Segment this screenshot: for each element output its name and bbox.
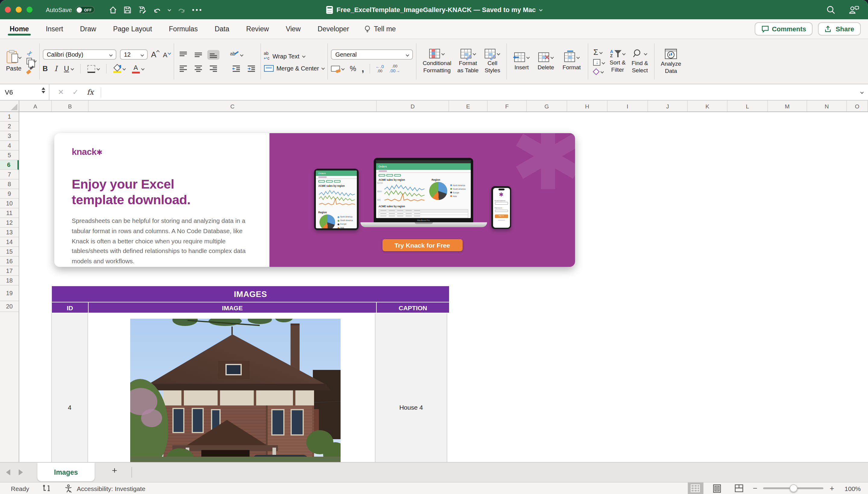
column-header-c[interactable]: C bbox=[89, 101, 377, 111]
title-menu-chevron[interactable] bbox=[539, 8, 542, 11]
column-header-n[interactable]: N bbox=[807, 101, 847, 111]
percent-style-button[interactable]: % bbox=[350, 64, 356, 73]
align-left-button[interactable] bbox=[177, 63, 189, 73]
cancel-entry-icon[interactable]: ✕ bbox=[58, 88, 64, 96]
column-header-m[interactable]: M bbox=[768, 101, 807, 111]
conditional-formatting-button[interactable]: ConditionalFormatting bbox=[420, 49, 454, 74]
try-knack-button[interactable]: Try Knack for Free bbox=[382, 239, 462, 251]
minimize-window-button[interactable] bbox=[16, 7, 22, 13]
tab-page-layout[interactable]: Page Layout bbox=[112, 20, 152, 38]
redo-icon[interactable] bbox=[178, 6, 186, 14]
column-header-j[interactable]: J bbox=[648, 101, 688, 111]
insert-function-icon[interactable]: fx bbox=[87, 88, 93, 96]
column-header-i[interactable]: I bbox=[608, 101, 648, 111]
save-as-icon[interactable] bbox=[138, 6, 147, 14]
wrap-text-button[interactable]: ab↵c Wrap Text bbox=[264, 52, 324, 61]
share-button[interactable]: Share bbox=[818, 22, 861, 36]
copy-icon[interactable] bbox=[26, 58, 32, 64]
row-header-6-active[interactable]: 6 bbox=[0, 160, 19, 170]
zoom-window-button[interactable] bbox=[26, 7, 33, 13]
font-size-select[interactable]: 12 bbox=[119, 50, 147, 60]
column-header-f[interactable]: F bbox=[488, 101, 527, 111]
formula-bar-expand-chevron[interactable] bbox=[860, 90, 864, 94]
cell-image[interactable] bbox=[87, 313, 375, 462]
column-header-k[interactable]: K bbox=[688, 101, 727, 111]
row-header-17[interactable]: 17 bbox=[0, 266, 19, 276]
zoom-in-button[interactable]: + bbox=[830, 484, 834, 492]
tab-formulas[interactable]: Formulas bbox=[168, 20, 198, 38]
close-window-button[interactable] bbox=[5, 7, 11, 13]
column-header-e[interactable]: E bbox=[449, 101, 488, 111]
zoom-out-button[interactable]: − bbox=[753, 484, 757, 492]
search-icon[interactable] bbox=[826, 5, 835, 14]
format-painter-icon[interactable] bbox=[26, 66, 34, 74]
selection-mode-icon[interactable] bbox=[42, 484, 51, 492]
tab-tell-me[interactable]: Tell me bbox=[364, 25, 396, 33]
fill-button[interactable] bbox=[593, 59, 605, 66]
fill-color-chevron[interactable] bbox=[122, 67, 126, 70]
select-all-corner[interactable] bbox=[0, 101, 19, 111]
comma-style-button[interactable]: , bbox=[362, 66, 364, 71]
save-icon[interactable] bbox=[124, 6, 132, 14]
column-header-l[interactable]: L bbox=[727, 101, 768, 111]
row-header-8[interactable]: 8 bbox=[0, 179, 19, 189]
orientation-icon[interactable]: ab bbox=[230, 51, 238, 58]
tab-draw[interactable]: Draw bbox=[79, 20, 97, 38]
name-box[interactable]: V6 bbox=[0, 84, 50, 100]
sort-filter-button[interactable]: AZ Sort &Filter bbox=[607, 50, 629, 74]
more-commands-icon[interactable] bbox=[192, 9, 195, 11]
paste-chevron[interactable] bbox=[18, 55, 21, 59]
row-header-7[interactable]: 7 bbox=[0, 170, 19, 179]
page-break-view-button[interactable] bbox=[731, 482, 747, 494]
font-color-chevron[interactable] bbox=[141, 67, 144, 70]
row-header-15[interactable]: 15 bbox=[0, 247, 19, 256]
accessibility-status[interactable]: Accessibility: Investigate bbox=[77, 484, 146, 492]
cut-icon[interactable]: ✂ bbox=[25, 46, 37, 58]
name-box-stepper[interactable] bbox=[42, 87, 45, 93]
cell-caption[interactable]: House 4 bbox=[375, 313, 447, 462]
next-sheet-arrow[interactable] bbox=[19, 469, 23, 475]
previous-sheet-arrow[interactable] bbox=[6, 469, 10, 475]
share-presence-icon[interactable] bbox=[849, 5, 860, 14]
underline-chevron[interactable] bbox=[71, 67, 74, 70]
zoom-slider-thumb[interactable] bbox=[790, 484, 798, 492]
increase-indent-icon[interactable] bbox=[245, 63, 257, 73]
number-format-select[interactable]: General bbox=[331, 50, 413, 60]
align-top-button[interactable] bbox=[177, 50, 189, 59]
clear-button[interactable] bbox=[593, 69, 605, 75]
column-header-d[interactable]: D bbox=[377, 101, 449, 111]
cell-id[interactable]: 4 bbox=[51, 313, 88, 462]
increase-decimal-icon[interactable]: ←.0.00 bbox=[375, 64, 384, 73]
fill-color-icon[interactable] bbox=[113, 65, 121, 73]
find-select-button[interactable]: Find &Select bbox=[629, 49, 651, 74]
row-header-1[interactable]: 1 bbox=[0, 112, 19, 122]
insert-cells-button[interactable]: Insert bbox=[510, 52, 533, 71]
analyze-data-button[interactable]: AnalyzeData bbox=[658, 49, 684, 74]
align-middle-button[interactable] bbox=[192, 50, 204, 59]
font-color-icon[interactable]: A bbox=[132, 64, 140, 73]
row-header-20[interactable]: 20 bbox=[0, 301, 19, 312]
zoom-slider[interactable] bbox=[763, 487, 824, 489]
row-header-16[interactable]: 16 bbox=[0, 256, 19, 266]
column-header-b[interactable]: B bbox=[52, 101, 89, 111]
decrease-decimal-icon[interactable]: .00.00→ bbox=[389, 64, 400, 73]
sheet-canvas[interactable]: knack✱ Enjoy your Exceltemplate download… bbox=[19, 112, 868, 462]
align-right-button[interactable] bbox=[207, 63, 219, 73]
column-header-h[interactable]: H bbox=[567, 101, 608, 111]
page-layout-view-button[interactable] bbox=[709, 482, 725, 494]
row-header-13[interactable]: 13 bbox=[0, 228, 19, 238]
tab-data[interactable]: Data bbox=[214, 20, 230, 38]
decrease-indent-icon[interactable] bbox=[230, 63, 242, 73]
format-cells-button[interactable]: Format bbox=[558, 52, 585, 71]
delete-cells-button[interactable]: Delete bbox=[533, 52, 558, 71]
merge-center-button[interactable]: Merge & Center bbox=[264, 65, 324, 71]
autosave-toggle[interactable]: OFF bbox=[76, 6, 95, 13]
add-sheet-button[interactable]: + bbox=[107, 465, 122, 475]
decrease-font-icon[interactable]: A bbox=[163, 51, 171, 58]
autosum-button[interactable]: Σ bbox=[593, 48, 605, 56]
bold-button[interactable]: B bbox=[42, 64, 48, 73]
row-header-3[interactable]: 3 bbox=[0, 131, 19, 141]
italic-button[interactable]: I bbox=[55, 64, 58, 73]
tab-developer[interactable]: Developer bbox=[317, 20, 350, 38]
accessibility-icon[interactable] bbox=[64, 484, 73, 493]
